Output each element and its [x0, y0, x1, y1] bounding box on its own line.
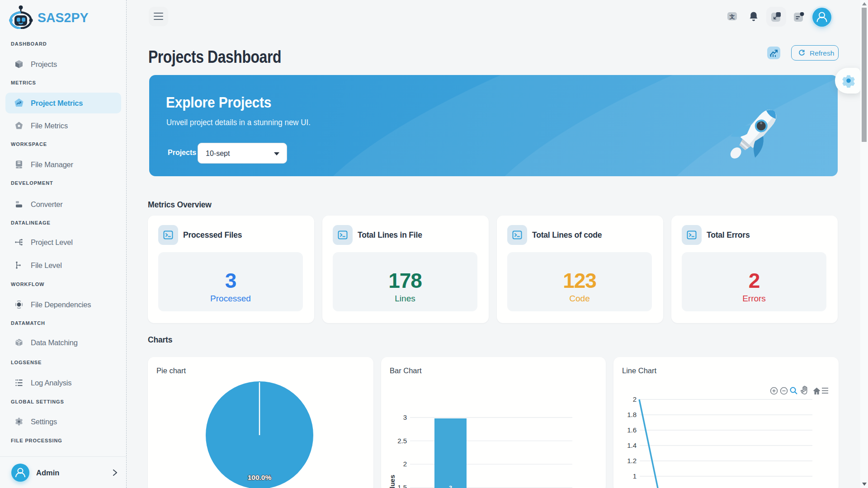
svg-text:100.0%: 100.0%	[248, 474, 272, 481]
svg-text:1.8: 1.8	[627, 411, 637, 418]
svg-text:3: 3	[449, 484, 452, 488]
svg-text:Values: Values	[388, 475, 396, 488]
svg-text:1.6: 1.6	[627, 426, 637, 434]
svg-text:2: 2	[633, 395, 637, 403]
svg-text:1.2: 1.2	[627, 457, 637, 465]
svg-text:1.4: 1.4	[627, 441, 637, 449]
svg-text:1: 1	[633, 472, 637, 480]
svg-text:1.5: 1.5	[397, 483, 407, 488]
svg-text:2.5: 2.5	[397, 437, 407, 445]
svg-text:文: 文	[729, 14, 735, 20]
svg-text:2: 2	[403, 460, 407, 468]
svg-text:3: 3	[403, 413, 407, 421]
